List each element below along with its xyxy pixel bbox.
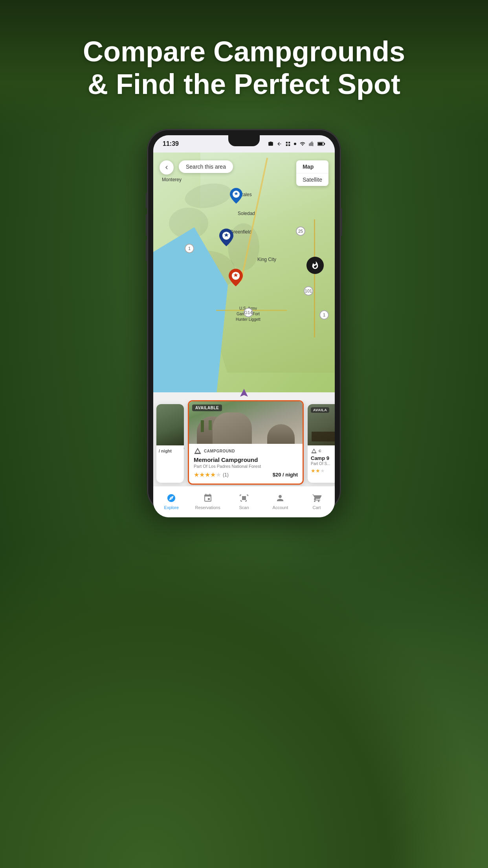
search-area-button[interactable]: Search this area	[179, 160, 233, 173]
card-type-right-label: C	[319, 449, 321, 453]
card-type-right: C	[311, 448, 335, 454]
nav-item-reservations[interactable]: Reservations	[189, 493, 226, 511]
card-body-partial: / night	[156, 445, 184, 456]
route-badge-101: 101	[304, 286, 313, 296]
star-3: ★	[205, 471, 210, 478]
route-badge-g14: G14	[244, 308, 253, 317]
phone-device: 11:39	[148, 130, 340, 523]
route-badge-1: 1	[185, 244, 194, 253]
explore-label: Explore	[164, 505, 179, 510]
available-badge-right: AVAILA	[311, 407, 329, 413]
card-type-label: CAMPGROUND	[204, 449, 235, 453]
city-soledad: Soledad	[238, 211, 255, 216]
card-footer: ★ ★ ★ ★ ★ (1) $20 / night	[194, 471, 298, 478]
account-label: Account	[273, 505, 288, 510]
city-monterey: Monterey	[162, 177, 182, 182]
card-image-partial	[156, 404, 184, 445]
volume-up-button	[146, 193, 148, 208]
star-4-half: ★	[210, 471, 216, 478]
search-area-label: Search this area	[186, 164, 226, 170]
grid-icon	[285, 141, 291, 147]
card-stars-right: ★ ★ ★	[311, 468, 335, 474]
notch	[228, 135, 260, 146]
status-time: 11:39	[163, 140, 179, 147]
map-pin-red[interactable]	[229, 268, 243, 287]
city-king-city: King City	[257, 257, 276, 262]
scan-icon	[238, 493, 250, 504]
nav-item-account[interactable]: Account	[262, 493, 298, 511]
camera-icon	[268, 141, 273, 147]
nav-item-explore[interactable]: Explore	[153, 493, 189, 511]
picnic-table	[312, 432, 335, 441]
campground-card-right-partial[interactable]: AVAILA C Camp 9 Part Of S... ★ ★ ★	[308, 404, 335, 483]
svg-rect-2	[318, 143, 323, 145]
location-arrow	[240, 389, 248, 401]
status-icons	[268, 141, 325, 147]
power-button	[340, 208, 342, 236]
campground-type-icon	[194, 447, 202, 455]
bottom-nav: Explore Reservations Scan	[153, 486, 335, 517]
available-badge: AVAILABLE	[192, 405, 222, 411]
map-pin-blue-2[interactable]	[219, 228, 233, 246]
svg-rect-1	[324, 143, 325, 145]
price-partial: / night	[159, 449, 182, 453]
star-2: ★	[199, 471, 205, 478]
map-road-101	[314, 219, 315, 337]
card-name-right: Camp 9	[311, 455, 335, 461]
map-pin-blue-1[interactable]	[230, 188, 242, 204]
signal-icon	[309, 141, 314, 147]
cart-icon	[311, 493, 322, 504]
status-dot	[294, 143, 296, 145]
card-body-right: C Camp 9 Part Of S... ★ ★ ★	[308, 445, 335, 476]
review-count: (1)	[223, 472, 229, 478]
map-back-button[interactable]	[160, 160, 174, 175]
campground-card-featured[interactable]: AVAILABLE CAMPGROUND Memorial Campground…	[188, 400, 304, 485]
star-r2: ★	[316, 468, 320, 474]
card-type-row: CAMPGROUND	[194, 447, 298, 455]
map-toggle-map[interactable]: Map	[296, 160, 328, 173]
rock-2	[213, 412, 252, 444]
scan-label: Scan	[239, 505, 249, 510]
volume-down-button	[146, 214, 148, 236]
account-icon	[275, 493, 286, 504]
campground-icon-right	[311, 448, 317, 454]
map-satellite-toggle[interactable]: Map Satellite	[296, 160, 328, 186]
wifi-icon	[299, 141, 306, 147]
card-rating: ★ ★ ★ ★ ★ (1)	[194, 471, 229, 478]
map-area[interactable]: Monterey Gonzales Soledad Greenfield Kin…	[153, 153, 335, 392]
map-toggle-satellite[interactable]: Satellite	[296, 173, 328, 186]
star-r3: ★	[320, 468, 325, 474]
card-name: Memorial Campground	[194, 456, 298, 463]
back-icon	[277, 141, 282, 147]
card-image-right: AVAILA	[308, 404, 335, 445]
star-1: ★	[194, 471, 199, 478]
card-price: $20 / night	[273, 472, 298, 478]
hero-line2: & Find the Perfect Spot	[39, 68, 449, 101]
card-body-featured: CAMPGROUND Memorial Campground Part Of L…	[189, 444, 303, 481]
hero-line1: Compare Campgrounds	[39, 35, 449, 68]
bg-hills	[0, 514, 488, 868]
tree-1	[201, 420, 204, 432]
fire-icon	[311, 261, 319, 270]
map-circle-icon[interactable]	[306, 257, 324, 274]
tree-2	[209, 420, 212, 430]
bixby-button	[146, 240, 148, 261]
back-chevron-icon	[163, 164, 170, 171]
reservations-icon	[202, 493, 213, 504]
cart-label: Cart	[312, 505, 321, 510]
route-badge-25: 25	[296, 226, 305, 236]
route-badge-1b: 1	[319, 310, 329, 320]
cards-container: / night AVAILABLE	[153, 400, 335, 487]
nav-item-scan[interactable]: Scan	[226, 493, 262, 511]
nav-item-cart[interactable]: Cart	[299, 493, 335, 511]
battery-icon	[317, 142, 325, 146]
card-park: Part Of Los Padres National Forest	[194, 464, 298, 469]
campground-card-left-partial[interactable]: / night	[156, 404, 184, 483]
reservations-label: Reservations	[195, 505, 220, 510]
explore-icon	[166, 493, 177, 504]
star-r1: ★	[311, 468, 316, 474]
rock-3	[267, 424, 295, 444]
card-image-featured: AVAILABLE	[189, 401, 303, 444]
card-park-right: Part Of S...	[311, 462, 335, 466]
hero-text: Compare Campgrounds & Find the Perfect S…	[0, 35, 488, 101]
